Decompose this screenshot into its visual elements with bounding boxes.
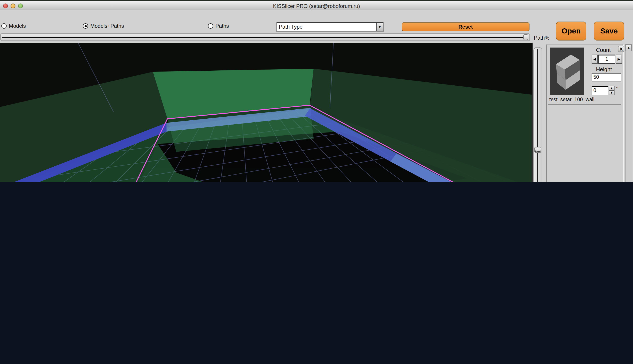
slider-track xyxy=(537,49,538,182)
height-label: Height xyxy=(596,66,612,72)
models-scrollbar[interactable]: ▲ ▼ xyxy=(625,44,632,182)
window-title: KISSlicer PRO (setar@roboforum.ru) xyxy=(0,3,633,9)
path-percent-slider-handle[interactable] xyxy=(523,34,528,40)
radio-circle-icon xyxy=(83,23,88,28)
count-label: Count xyxy=(596,47,611,53)
z-layer-slider-handle[interactable] xyxy=(534,147,541,153)
height-input[interactable]: 50 xyxy=(592,72,621,82)
radio-models-label: Models xyxy=(9,23,26,29)
slice-preview-render xyxy=(0,43,533,182)
angle-down-button[interactable]: ▼ xyxy=(609,90,614,95)
degree-label: ° xyxy=(616,86,618,91)
save-label-rest: ave xyxy=(605,27,618,35)
path-percent-slider[interactable] xyxy=(1,34,530,41)
divider xyxy=(548,104,621,105)
path-type-select[interactable]: Path Type ▼ xyxy=(277,22,383,31)
chevron-down-icon[interactable]: ▼ xyxy=(376,23,383,31)
scroll-up-icon[interactable]: ▲ xyxy=(625,44,632,51)
count-increment-button[interactable]: ▶ xyxy=(616,54,622,64)
close-icon: X xyxy=(619,46,622,51)
reset-button[interactable]: Reset xyxy=(402,22,529,31)
open-label-rest: pen xyxy=(567,27,580,35)
save-accesskey: S xyxy=(600,27,605,35)
path-type-value: Path Type xyxy=(277,23,376,31)
radio-circle-icon xyxy=(1,23,7,28)
model-name-label: test_setar_100_wall xyxy=(549,97,594,102)
angle-input[interactable]: 0 xyxy=(592,86,608,95)
radio-circle-icon xyxy=(208,23,213,28)
angle-up-button[interactable]: ▲ xyxy=(609,86,614,91)
save-button[interactable]: Save xyxy=(594,22,624,40)
radio-paths[interactable]: Paths xyxy=(208,23,229,29)
count-input[interactable]: 1 xyxy=(598,54,615,64)
3d-viewport[interactable] xyxy=(0,43,533,182)
reset-button-label: Reset xyxy=(458,24,473,30)
radio-models[interactable]: Models xyxy=(1,23,26,29)
models-list-panel: Count X ◀ 1 ▶ Height 50 0 ▲ ▼ ° test_set… xyxy=(546,44,624,182)
slider-track xyxy=(2,37,528,38)
radio-models-paths-label: Models+Paths xyxy=(90,23,124,29)
z-layer-slider[interactable] xyxy=(533,47,542,182)
remove-model-button[interactable]: X xyxy=(618,46,624,52)
open-accesskey: O xyxy=(562,27,567,35)
count-decrement-button[interactable]: ◀ xyxy=(592,54,598,64)
open-button[interactable]: Open xyxy=(556,22,586,40)
title-bar: KISSlicer PRO (setar@roboforum.ru) xyxy=(0,0,633,10)
kisslicer-window: KISSlicer PRO (setar@roboforum.ru) Model… xyxy=(0,0,633,182)
open-box-model-icon xyxy=(550,48,584,95)
radio-models-paths[interactable]: Models+Paths xyxy=(83,23,124,29)
radio-paths-label: Paths xyxy=(215,23,229,29)
model-thumbnail[interactable] xyxy=(550,48,584,95)
path-percent-label: Path% xyxy=(534,35,549,41)
